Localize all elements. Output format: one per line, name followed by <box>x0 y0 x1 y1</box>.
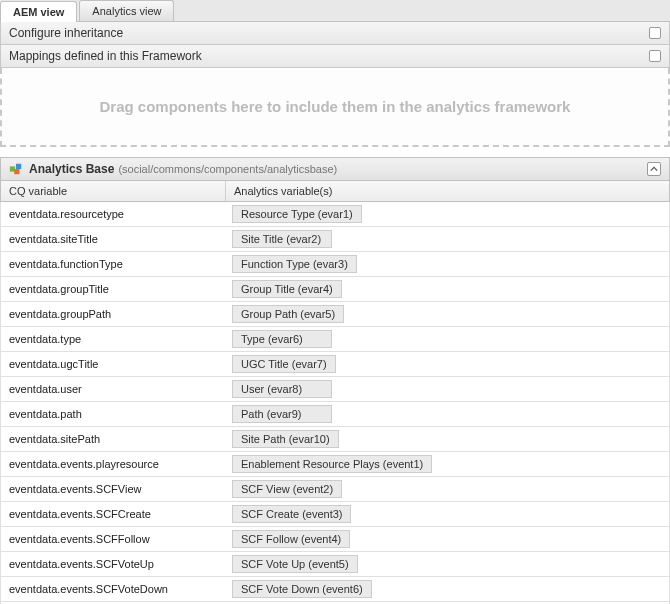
tab-analytics-view[interactable]: Analytics view <box>79 0 174 21</box>
analytics-variable-tag[interactable]: User (evar8) <box>232 380 332 398</box>
analytics-variable-cell[interactable]: Group Path (evar5) <box>226 302 669 326</box>
analytics-variable-tag[interactable]: Site Title (evar2) <box>232 230 332 248</box>
column-header-cq-variable[interactable]: CQ variable <box>1 181 226 201</box>
cq-variable-cell[interactable]: eventdata.events.SCFView <box>1 479 226 499</box>
accordion-mappings-defined[interactable]: Mappings defined in this Framework <box>0 45 670 68</box>
table-row: eventdata.events.SCFVoteDownSCF Vote Dow… <box>0 577 670 602</box>
analytics-variable-tag[interactable]: SCF Create (event3) <box>232 505 351 523</box>
table-row: eventdata.typeType (evar6) <box>0 327 670 352</box>
table-row: eventdata.events.playresourceEnablement … <box>0 452 670 477</box>
analytics-variable-tag[interactable]: Site Path (evar10) <box>232 430 339 448</box>
cq-variable-cell[interactable]: eventdata.type <box>1 329 226 349</box>
cq-variable-cell[interactable]: eventdata.siteTitle <box>1 229 226 249</box>
analytics-variable-cell[interactable]: SCF Vote Down (event6) <box>226 577 669 601</box>
table-row: eventdata.siteTitleSite Title (evar2) <box>0 227 670 252</box>
table-row: eventdata.functionTypeFunction Type (eva… <box>0 252 670 277</box>
checkbox-icon[interactable] <box>649 27 661 39</box>
cq-variable-cell[interactable]: eventdata.ugcTitle <box>1 354 226 374</box>
cq-variable-cell[interactable]: eventdata.functionType <box>1 254 226 274</box>
drop-zone-text: Drag components here to include them in … <box>100 98 571 115</box>
analytics-variable-cell[interactable]: Enablement Resource Plays (event1) <box>226 452 669 476</box>
tab-aem-view[interactable]: AEM view <box>0 1 77 22</box>
analytics-variable-cell[interactable]: SCF View (event2) <box>226 477 669 501</box>
tab-bar: AEM view Analytics view <box>0 0 670 22</box>
cq-variable-cell[interactable]: eventdata.sitePath <box>1 429 226 449</box>
analytics-variable-cell[interactable]: Site Path (evar10) <box>226 427 669 451</box>
analytics-variable-tag[interactable]: Path (evar9) <box>232 405 332 423</box>
svg-rect-2 <box>14 169 19 174</box>
cq-variable-cell[interactable]: eventdata.events.SCFVoteDown <box>1 579 226 599</box>
analytics-variable-tag[interactable]: SCF Vote Up (event5) <box>232 555 358 573</box>
table-row: eventdata.pathPath (evar9) <box>0 402 670 427</box>
analytics-variable-tag[interactable]: Function Type (evar3) <box>232 255 357 273</box>
table-row: eventdata.events.SCFCreateSCF Create (ev… <box>0 502 670 527</box>
accordion-label: Configure inheritance <box>9 26 123 40</box>
cq-variable-cell[interactable]: eventdata.groupTitle <box>1 279 226 299</box>
cq-variable-cell[interactable]: eventdata.resourcetype <box>1 204 226 224</box>
accordion-label: Mappings defined in this Framework <box>9 49 202 63</box>
table-row: eventdata.sitePathSite Path (evar10) <box>0 427 670 452</box>
table-headers: CQ variable Analytics variable(s) <box>0 181 670 202</box>
analytics-variable-tag[interactable]: Enablement Resource Plays (event1) <box>232 455 432 473</box>
table-row: eventdata.events.SCFVoteUpSCF Vote Up (e… <box>0 552 670 577</box>
analytics-variable-cell[interactable]: User (evar8) <box>226 377 669 401</box>
analytics-variable-cell[interactable]: Path (evar9) <box>226 402 669 426</box>
checkbox-icon[interactable] <box>649 50 661 62</box>
analytics-variable-cell[interactable]: SCF Follow (event4) <box>226 527 669 551</box>
panel-path: (social/commons/components/analyticsbase… <box>118 163 337 175</box>
analytics-variable-cell[interactable]: Site Title (evar2) <box>226 227 669 251</box>
cq-variable-cell[interactable]: eventdata.path <box>1 404 226 424</box>
svg-rect-1 <box>16 164 21 169</box>
table-row: eventdata.ugcTitleUGC Title (evar7) <box>0 352 670 377</box>
drop-zone[interactable]: Drag components here to include them in … <box>0 68 670 147</box>
table-row: eventdata.resourcetypeResource Type (eva… <box>0 202 670 227</box>
analytics-variable-cell[interactable]: Type (evar6) <box>226 327 669 351</box>
cq-variable-cell[interactable]: eventdata.groupPath <box>1 304 226 324</box>
analytics-variable-tag[interactable]: SCF Follow (event4) <box>232 530 350 548</box>
analytics-variable-cell[interactable]: UGC Title (evar7) <box>226 352 669 376</box>
cq-variable-cell[interactable]: eventdata.user <box>1 379 226 399</box>
analytics-variable-tag[interactable]: SCF Vote Down (event6) <box>232 580 372 598</box>
table-row: eventdata.groupPathGroup Path (evar5) <box>0 302 670 327</box>
analytics-variable-cell[interactable]: SCF Create (event3) <box>226 502 669 526</box>
cq-variable-cell[interactable]: eventdata.events.SCFCreate <box>1 504 226 524</box>
analytics-variable-tag[interactable]: Group Path (evar5) <box>232 305 344 323</box>
mapping-table-body: eventdata.resourcetypeResource Type (eva… <box>0 202 670 604</box>
analytics-variable-cell[interactable]: Resource Type (evar1) <box>226 202 669 226</box>
analytics-variable-tag[interactable]: UGC Title (evar7) <box>232 355 336 373</box>
panel-header-analytics-base[interactable]: Analytics Base (social/commons/component… <box>0 157 670 181</box>
table-row: eventdata.userUser (evar8) <box>0 377 670 402</box>
analytics-variable-tag[interactable]: Resource Type (evar1) <box>232 205 362 223</box>
column-header-analytics-variable[interactable]: Analytics variable(s) <box>226 181 669 201</box>
analytics-variable-cell[interactable]: Group Title (evar4) <box>226 277 669 301</box>
accordion-configure-inheritance[interactable]: Configure inheritance <box>0 22 670 45</box>
cq-variable-cell[interactable]: eventdata.events.SCFVoteUp <box>1 554 226 574</box>
component-icon <box>9 162 23 176</box>
analytics-variable-tag[interactable]: Type (evar6) <box>232 330 332 348</box>
analytics-variable-cell[interactable]: Function Type (evar3) <box>226 252 669 276</box>
cq-variable-cell[interactable]: eventdata.events.SCFFollow <box>1 529 226 549</box>
panel-title: Analytics Base <box>29 162 114 176</box>
collapse-button[interactable] <box>647 162 661 176</box>
table-row: eventdata.events.SCFFollowSCF Follow (ev… <box>0 527 670 552</box>
cq-variable-cell[interactable]: eventdata.events.playresource <box>1 454 226 474</box>
chevron-up-icon <box>650 165 658 173</box>
analytics-variable-cell[interactable]: SCF Vote Up (event5) <box>226 552 669 576</box>
analytics-variable-tag[interactable]: SCF View (event2) <box>232 480 342 498</box>
table-row: eventdata.groupTitleGroup Title (evar4) <box>0 277 670 302</box>
table-row: eventdata.events.SCFViewSCF View (event2… <box>0 477 670 502</box>
analytics-variable-tag[interactable]: Group Title (evar4) <box>232 280 342 298</box>
